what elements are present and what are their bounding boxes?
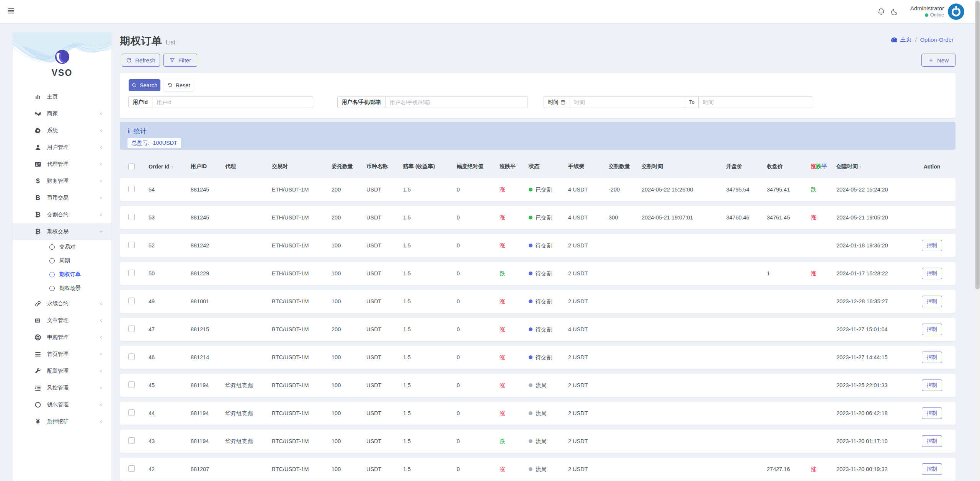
cell-amplitude: 0 bbox=[457, 242, 500, 249]
row-checkbox[interactable] bbox=[128, 409, 135, 416]
sidebar-item-6[interactable]: B 币币交易 bbox=[13, 190, 111, 206]
menu-toggle-icon[interactable] bbox=[8, 8, 14, 13]
control-button[interactable]: 控制 bbox=[922, 324, 942, 335]
row-checkbox[interactable] bbox=[128, 298, 135, 304]
cell-pair: ETH/USDT-1M bbox=[272, 214, 332, 221]
control-button[interactable]: 控制 bbox=[922, 463, 942, 475]
sidebar-item-11[interactable]: 申购管理 bbox=[13, 329, 111, 346]
sidebar-subitem-3[interactable]: 期权场景 bbox=[13, 281, 111, 295]
chevron-left-icon bbox=[99, 352, 103, 356]
cell-amount: 200 bbox=[332, 214, 366, 221]
filter-userid-input[interactable] bbox=[152, 96, 313, 108]
column-label: 交割时间 bbox=[642, 163, 663, 170]
sidebar-item-10[interactable]: 文章管理 bbox=[13, 312, 111, 329]
stats-title: i统计 bbox=[127, 127, 147, 136]
sidebar-item-9[interactable]: 永续合约 bbox=[13, 295, 111, 312]
sort-arrow-up-icon[interactable]: ↑ bbox=[859, 164, 862, 170]
sidebar-item-15[interactable]: 钱包管理 bbox=[13, 396, 111, 413]
filter-time-from-input[interactable] bbox=[570, 96, 685, 108]
select-all-checkbox[interactable] bbox=[128, 164, 135, 170]
control-button[interactable]: 控制 bbox=[922, 407, 942, 419]
cell-amplitude: 0 bbox=[457, 438, 500, 444]
row-checkbox[interactable] bbox=[128, 381, 135, 388]
user-icon bbox=[34, 144, 41, 151]
cell-user_id: 881194 bbox=[191, 438, 225, 444]
column-label: 币种名称 bbox=[366, 163, 388, 170]
sidebar-item-1[interactable]: 商家 bbox=[13, 105, 111, 122]
scrollbar-thumb[interactable] bbox=[975, 1, 980, 289]
sidebar-item-0[interactable]: 主页 bbox=[13, 88, 111, 105]
sidebar-subitem-1[interactable]: 周期 bbox=[13, 254, 111, 268]
sidebar-item-2[interactable]: 系统 bbox=[13, 122, 111, 139]
cell-result: 涨 bbox=[811, 270, 836, 277]
sidebar-item-label: 质押挖矿 bbox=[47, 418, 69, 425]
cell-coin: USDT bbox=[366, 326, 403, 332]
breadcrumb-separator: / bbox=[915, 36, 916, 43]
cell-odds: 1.5 bbox=[403, 187, 457, 193]
control-button[interactable]: 控制 bbox=[922, 296, 942, 307]
table-row: 42881207BTC/USDT-1M100USDT1.50涨流局2 USDT2… bbox=[120, 458, 956, 481]
sidebar-subitem-2[interactable]: 期权订单 bbox=[13, 268, 111, 281]
control-button[interactable]: 控制 bbox=[922, 380, 942, 391]
sidebar-item-7[interactable]: ₿ 交割合约 bbox=[13, 206, 111, 223]
control-button[interactable]: 控制 bbox=[922, 435, 942, 447]
row-checkbox[interactable] bbox=[128, 326, 135, 332]
sidebar-subitem-0[interactable]: 交易对 bbox=[13, 240, 111, 254]
updown-value: 涨 bbox=[811, 270, 817, 276]
row-checkbox[interactable] bbox=[128, 437, 135, 444]
cell-odds: 1.5 bbox=[403, 326, 457, 332]
row-checkbox[interactable] bbox=[128, 186, 135, 192]
filter-username-input[interactable] bbox=[385, 96, 528, 108]
dark-mode-moon-icon[interactable] bbox=[890, 8, 899, 16]
breadcrumb-home-link[interactable]: 主页 bbox=[891, 36, 911, 43]
reset-button[interactable]: Reset bbox=[164, 79, 194, 91]
table-row: 43881194华昇组丧彪BTC/USDT-1M100USDT1.50跌流局2 … bbox=[120, 430, 956, 453]
sidebar-item-8[interactable]: ₿ 期权交易 bbox=[13, 223, 111, 240]
control-button[interactable]: 控制 bbox=[922, 240, 942, 251]
control-button[interactable]: 控制 bbox=[922, 268, 942, 279]
row-checkbox[interactable] bbox=[128, 465, 135, 472]
cell-user_id: 881245 bbox=[191, 187, 225, 193]
refresh-button[interactable]: Refresh bbox=[122, 54, 160, 67]
cell-checkbox bbox=[128, 409, 149, 417]
avatar[interactable] bbox=[948, 3, 964, 20]
control-button[interactable]: 控制 bbox=[922, 352, 942, 363]
cell-close_price: 1 bbox=[767, 270, 811, 276]
sidebar-item-5[interactable]: $ 财务管理 bbox=[13, 173, 111, 190]
updown-value: 跌 bbox=[500, 438, 505, 444]
search-button[interactable]: Search bbox=[129, 79, 160, 91]
calendar-icon bbox=[560, 100, 565, 105]
notifications-bell-icon[interactable] bbox=[877, 8, 885, 16]
row-checkbox[interactable] bbox=[128, 214, 135, 220]
filter-time-to-input[interactable] bbox=[698, 96, 812, 108]
column-label: 收盘价 bbox=[767, 163, 783, 170]
sidebar-item-13[interactable]: 配置管理 bbox=[13, 363, 111, 380]
circle-icon bbox=[49, 244, 55, 250]
cell-pair: BTC/USDT-1M bbox=[272, 326, 332, 332]
sidebar-item-label: 钱包管理 bbox=[47, 401, 69, 408]
cell-coin: USDT bbox=[366, 214, 403, 221]
sidebar-item-3[interactable]: 用户管理 bbox=[13, 139, 111, 156]
sidebar-item-12[interactable]: 首页管理 bbox=[13, 346, 111, 363]
filter-button[interactable]: Filter bbox=[163, 54, 197, 67]
new-button[interactable]: New bbox=[921, 54, 956, 67]
cell-order_id: 45 bbox=[149, 382, 191, 388]
sidebar-item-16[interactable]: ¥ 质押挖矿 bbox=[13, 413, 111, 430]
cell-deliver_qty: 300 bbox=[609, 214, 642, 221]
cell-amount: 100 bbox=[332, 298, 366, 304]
username: Administrator bbox=[910, 5, 944, 12]
row-checkbox[interactable] bbox=[128, 353, 135, 360]
cell-direction: 涨 bbox=[500, 354, 529, 361]
row-checkbox[interactable] bbox=[128, 270, 135, 276]
user-menu[interactable]: Administrator Online bbox=[910, 5, 944, 18]
sidebar-item-4[interactable]: 代理管理 bbox=[13, 156, 111, 173]
sort-arrow-up-icon[interactable]: ↑ bbox=[171, 164, 173, 170]
bitcoin-sign-icon: ₿ bbox=[35, 211, 41, 219]
chevron-left-icon bbox=[99, 403, 103, 407]
sidebar-item-14[interactable]: 风控管理 bbox=[13, 380, 111, 396]
logo[interactable] bbox=[13, 50, 111, 64]
page-scrollbar[interactable] bbox=[975, 0, 980, 481]
logo-text: VSO bbox=[13, 68, 111, 78]
cell-deliver_time: 2024-05-22 15:26:00 bbox=[642, 187, 726, 193]
row-checkbox[interactable] bbox=[128, 242, 135, 248]
